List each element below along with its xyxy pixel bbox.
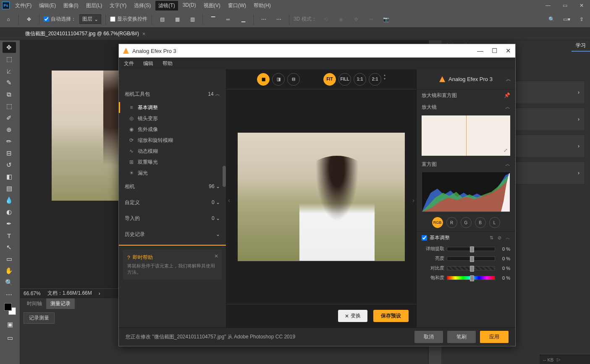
apply-button[interactable]: 应用 <box>480 331 509 343</box>
slider-knob[interactable] <box>470 256 474 262</box>
gradient-tool[interactable]: ▤ <box>3 183 16 194</box>
updown-icon[interactable]: ⇅ <box>490 235 493 241</box>
basic-adjust-checkbox[interactable] <box>422 235 427 241</box>
auto-select-checkbox[interactable]: 自动选择： <box>44 16 76 23</box>
preview-viewport[interactable]: ‹ › <box>226 89 416 304</box>
maximize-button[interactable]: ▭ <box>556 0 573 11</box>
slider-knob[interactable] <box>470 266 474 272</box>
bottom-tab-1[interactable]: 测量记录 <box>46 299 75 309</box>
camera-section-header[interactable]: 相机 96 ⌄ <box>119 178 226 194</box>
channel-b-button[interactable]: B <box>475 217 486 228</box>
more-icon[interactable]: ⋯ <box>273 13 285 25</box>
collapse-icon[interactable]: ︽ <box>506 76 511 83</box>
path-select-tool[interactable]: ↖ <box>3 242 16 253</box>
slider-track[interactable] <box>447 257 495 261</box>
slider-knob[interactable] <box>470 275 474 281</box>
menu-1[interactable]: 编辑(E) <box>36 0 59 11</box>
histogram-header[interactable]: 直方图 ︿ <box>417 158 515 170</box>
basic-adjust-header[interactable]: 基本调整 ⇅ ⊘ ︿ <box>417 231 515 244</box>
plugin-menu-1[interactable]: 编辑 <box>143 60 153 67</box>
home-icon[interactable]: ⌂ <box>3 13 14 25</box>
quick-select-tool[interactable]: ✎ <box>3 77 16 88</box>
channel-rgb-button[interactable]: RGB <box>432 217 443 228</box>
share-icon[interactable]: ⇪ <box>576 13 587 25</box>
hand-tool[interactable]: ✋ <box>3 265 16 276</box>
zoom-readout[interactable]: 66.67% <box>24 291 41 296</box>
move-tool-icon[interactable]: ✥ <box>23 13 35 25</box>
tool-item-0[interactable]: ≡基本调整 <box>119 102 226 113</box>
tool-item-6[interactable]: ☀漏光 <box>119 168 226 178</box>
tool-item-1[interactable]: ◎镜头变形 <box>119 113 226 124</box>
zoom-fit-button[interactable]: FIT <box>323 73 336 86</box>
zoom-tool[interactable]: 🔍 <box>3 277 16 288</box>
channel-l-button[interactable]: L <box>489 217 500 228</box>
loupe-histogram-header[interactable]: 放大镜和直方图 📌 <box>417 89 515 101</box>
status-chevron-icon[interactable]: › <box>99 291 100 296</box>
left-scrollbar[interactable] <box>223 166 226 187</box>
menu-9[interactable]: 窗口(W) <box>225 0 249 11</box>
side-view-button[interactable]: ⊟ <box>287 73 300 86</box>
next-preset-button[interactable]: › <box>412 197 414 204</box>
menu-2[interactable]: 图像(I) <box>60 0 81 11</box>
imported-section-header[interactable]: 导入的 0 ⌄ <box>119 210 226 226</box>
document-tab[interactable]: 微信截图_20241011104757.jpg @ 66.7%(RGB/8#) … <box>21 28 149 40</box>
slider-knob[interactable] <box>470 246 474 252</box>
workspace-icon[interactable]: ▭▾ <box>561 13 572 25</box>
eraser-tool[interactable]: ◧ <box>3 171 16 182</box>
tab-learn[interactable]: 学习 <box>572 40 590 52</box>
move-tool[interactable]: ✥ <box>3 42 16 53</box>
plugin-titlebar[interactable]: Analog Efex Pro 3 — ☐ ✕ <box>119 44 515 58</box>
align-bottom-icon[interactable]: ▁ <box>237 13 249 25</box>
history-brush-tool[interactable]: ↺ <box>3 160 16 170</box>
save-preset-button[interactable]: 保存预设 <box>373 310 409 322</box>
align-hcenter-icon[interactable]: ▦ <box>171 13 183 25</box>
blur-tool[interactable]: 💧 <box>3 195 16 206</box>
marquee-tool[interactable]: ⬚ <box>3 54 16 65</box>
lasso-tool[interactable]: ⟀ <box>3 65 16 76</box>
plugin-menu-2[interactable]: 帮助 <box>163 60 173 67</box>
menu-6[interactable]: 滤镜(T) <box>155 0 178 11</box>
record-measurement-button[interactable]: 记录测量 <box>24 312 55 324</box>
search-icon[interactable]: 🔍 <box>545 13 557 25</box>
frame-tool[interactable]: ⬚ <box>3 101 16 112</box>
show-transform-input[interactable] <box>110 16 115 22</box>
menu-0[interactable]: 文件(F) <box>12 0 35 11</box>
prev-preset-button[interactable]: ‹ <box>228 197 230 204</box>
tool-item-4[interactable]: ∿动态模糊 <box>119 146 226 157</box>
tool-item-3[interactable]: ⟳缩放和旋转模糊 <box>119 135 226 146</box>
close-tab-icon[interactable]: × <box>142 31 145 37</box>
align-vcenter-icon[interactable]: ═ <box>222 13 234 25</box>
split-view-button[interactable]: ◨ <box>272 73 285 86</box>
menu-8[interactable]: 视图(V) <box>200 0 224 11</box>
minimize-button[interactable]: — <box>540 0 556 11</box>
slider-track[interactable] <box>447 266 495 270</box>
custom-section-header[interactable]: 自定义 0 ⌄ <box>119 194 226 210</box>
single-view-button[interactable]: ▦ <box>257 73 270 86</box>
zoom-fill-button[interactable]: FILL <box>338 73 351 86</box>
brush-tool[interactable]: ✏ <box>3 136 16 147</box>
cancel-button[interactable]: 取消 <box>414 331 443 343</box>
history-section-header[interactable]: 历史记录 ⌄ <box>119 226 226 242</box>
show-transform-checkbox[interactable]: 显示变换控件 <box>110 16 147 23</box>
loupe-header[interactable]: 放大镜 ︿ <box>417 101 515 113</box>
tool-item-2[interactable]: ◉焦外成像 <box>119 124 226 135</box>
channel-r-button[interactable]: R <box>446 217 457 228</box>
channel-g-button[interactable]: G <box>461 217 472 228</box>
edit-toolbar[interactable]: ⋯ <box>3 289 16 300</box>
menu-10[interactable]: 帮助(H) <box>250 0 274 11</box>
screen-mode-icon[interactable]: ▭ <box>3 333 17 343</box>
healing-brush-tool[interactable]: ⊕ <box>3 124 16 135</box>
plugin-minimize-button[interactable]: — <box>477 47 483 55</box>
doc-size-readout[interactable]: 文档：1.66M/1.66M <box>47 290 92 297</box>
distribute-icon[interactable]: ⋯ <box>258 13 270 25</box>
crop-tool[interactable]: ⧉ <box>3 89 16 100</box>
layer-dropdown[interactable]: 图层 ⌄ <box>79 14 101 24</box>
plugin-menu-0[interactable]: 文件 <box>124 60 134 67</box>
menu-4[interactable]: 文字(Y) <box>106 0 130 11</box>
rectangle-tool[interactable]: ▭ <box>3 254 16 264</box>
auto-select-input[interactable] <box>44 16 49 22</box>
align-top-icon[interactable]: ▔ <box>207 13 219 25</box>
plugin-close-button[interactable]: ✕ <box>506 47 511 55</box>
slider-track[interactable] <box>447 276 495 280</box>
loupe-preview[interactable]: ⤢ <box>422 115 510 156</box>
